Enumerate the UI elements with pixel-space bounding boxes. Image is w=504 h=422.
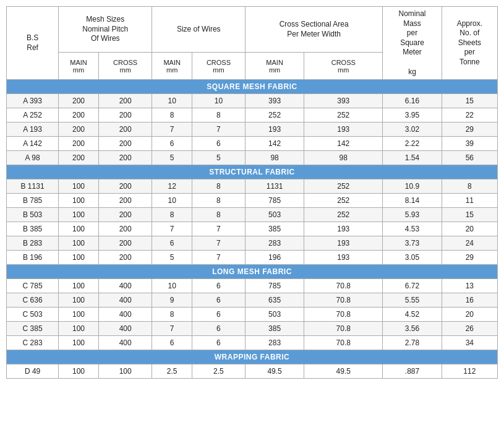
table-cell: 70.8 bbox=[304, 293, 383, 308]
table-cell: 100 bbox=[59, 222, 99, 236]
table-cell: 385 bbox=[246, 222, 304, 236]
subhdr-cross-area: CROSSmm bbox=[304, 53, 383, 80]
table-cell: 635 bbox=[246, 293, 304, 308]
table-cell: 7 bbox=[192, 222, 245, 236]
col-approx-sheets: Approx.No. ofSheetsperTonne bbox=[442, 7, 497, 80]
table-cell: 393 bbox=[304, 94, 383, 108]
table-cell: 10 bbox=[152, 194, 192, 208]
table-cell: 100 bbox=[59, 236, 99, 251]
subhdr-cross-wire: CROSSmm bbox=[192, 53, 245, 80]
table-cell: 6 bbox=[152, 336, 192, 350]
table-cell: B 785 bbox=[7, 194, 59, 208]
table-cell: 1131 bbox=[246, 179, 304, 194]
table-cell: 252 bbox=[304, 194, 383, 208]
table-cell: 24 bbox=[442, 236, 497, 251]
table-cell: 200 bbox=[59, 123, 99, 137]
table-cell: 49.5 bbox=[246, 364, 304, 379]
table-cell: C 283 bbox=[7, 336, 59, 350]
table-row: A 142200200661421422.2239 bbox=[7, 137, 498, 151]
table-cell: 200 bbox=[98, 179, 152, 194]
table-cell: 5.93 bbox=[383, 208, 442, 222]
table-cell: 252 bbox=[246, 108, 304, 123]
table-cell: 5.55 bbox=[383, 293, 442, 308]
table-cell: 98 bbox=[304, 151, 383, 165]
table-cell: A 193 bbox=[7, 123, 59, 137]
table-cell: 6 bbox=[192, 308, 245, 322]
table-cell: A 393 bbox=[7, 94, 59, 108]
table-cell: 15 bbox=[442, 94, 497, 108]
table-cell: 100 bbox=[59, 179, 99, 194]
table-cell: 100 bbox=[59, 308, 99, 322]
table-cell: 5 bbox=[152, 251, 192, 265]
mesh-table: B.SRef Mesh SizesNominal PitchOf Wires S… bbox=[6, 6, 498, 379]
section-header: WRAPPING FABRIC bbox=[7, 350, 498, 364]
table-cell: 70.8 bbox=[304, 308, 383, 322]
table-cell: 70.8 bbox=[304, 322, 383, 336]
table-cell: 2.22 bbox=[383, 137, 442, 151]
table-cell: 3.73 bbox=[383, 236, 442, 251]
table-cell: 252 bbox=[304, 108, 383, 123]
table-row: A 252200200882522523.9522 bbox=[7, 108, 498, 123]
table-cell: 7 bbox=[192, 123, 245, 137]
table-cell: 6 bbox=[152, 137, 192, 151]
table-row: B 1131100200128113125210.98 bbox=[7, 179, 498, 194]
table-row: B 283100200672831933.7324 bbox=[7, 236, 498, 251]
table-row: B 385100200773851934.5320 bbox=[7, 222, 498, 236]
table-cell: 503 bbox=[246, 208, 304, 222]
subhdr-main-pitch: MAINmm bbox=[59, 53, 99, 80]
table-cell: 6.16 bbox=[383, 94, 442, 108]
table-cell: 22 bbox=[442, 108, 497, 123]
table-row: A 982002005598981.5456 bbox=[7, 151, 498, 165]
table-row: B 503100200885032525.9315 bbox=[7, 208, 498, 222]
table-cell: 98 bbox=[246, 151, 304, 165]
table-cell: 20 bbox=[442, 222, 497, 236]
table-row: C 78510040010678570.86.7213 bbox=[7, 279, 498, 293]
table-cell: B 503 bbox=[7, 208, 59, 222]
table-cell: 193 bbox=[304, 123, 383, 137]
table-cell: 6 bbox=[192, 293, 245, 308]
col-mesh-sizes: Mesh SizesNominal PitchOf Wires bbox=[59, 7, 152, 53]
table-cell: 39 bbox=[442, 137, 497, 151]
table-cell: 56 bbox=[442, 151, 497, 165]
table-cell: 100 bbox=[59, 336, 99, 350]
table-cell: 7 bbox=[152, 222, 192, 236]
table-cell: 200 bbox=[59, 94, 99, 108]
table-cell: 26 bbox=[442, 322, 497, 336]
table-cell: 400 bbox=[98, 293, 152, 308]
table-cell: 13 bbox=[442, 279, 497, 293]
table-cell: 100 bbox=[98, 364, 152, 379]
table-cell: 252 bbox=[304, 208, 383, 222]
table-cell: 100 bbox=[59, 194, 99, 208]
table-cell: 49.5 bbox=[304, 364, 383, 379]
table-cell: 8 bbox=[192, 208, 245, 222]
table-cell: C 636 bbox=[7, 293, 59, 308]
table-cell: 7 bbox=[152, 322, 192, 336]
table-cell: 7 bbox=[192, 251, 245, 265]
table-cell: 12 bbox=[152, 179, 192, 194]
table-cell: 3.95 bbox=[383, 108, 442, 123]
table-cell: 283 bbox=[246, 336, 304, 350]
table-cell: 29 bbox=[442, 123, 497, 137]
table-cell: 5 bbox=[192, 151, 245, 165]
table-cell: B 385 bbox=[7, 222, 59, 236]
section-header: SQUARE MESH FABRIC bbox=[7, 80, 498, 94]
table-cell: B 283 bbox=[7, 236, 59, 251]
table-cell: 193 bbox=[246, 123, 304, 137]
table-cell: 7 bbox=[152, 123, 192, 137]
table-cell: B 196 bbox=[7, 251, 59, 265]
table-cell: 2.5 bbox=[192, 364, 245, 379]
table-cell: 8 bbox=[152, 208, 192, 222]
col-size-wires: Size of Wires bbox=[152, 7, 246, 53]
table-cell: 200 bbox=[98, 108, 152, 123]
section-header: LONG MESH FABRIC bbox=[7, 265, 498, 279]
table-row: C 5031004008650370.84.5220 bbox=[7, 308, 498, 322]
table-cell: 9 bbox=[152, 293, 192, 308]
table-cell: 112 bbox=[442, 364, 497, 379]
table-cell: 100 bbox=[59, 251, 99, 265]
table-cell: 200 bbox=[98, 151, 152, 165]
table-cell: 8 bbox=[192, 108, 245, 123]
table-cell: 142 bbox=[304, 137, 383, 151]
table-cell: 400 bbox=[98, 336, 152, 350]
table-cell: 6 bbox=[192, 279, 245, 293]
table-cell: 4.53 bbox=[383, 222, 442, 236]
